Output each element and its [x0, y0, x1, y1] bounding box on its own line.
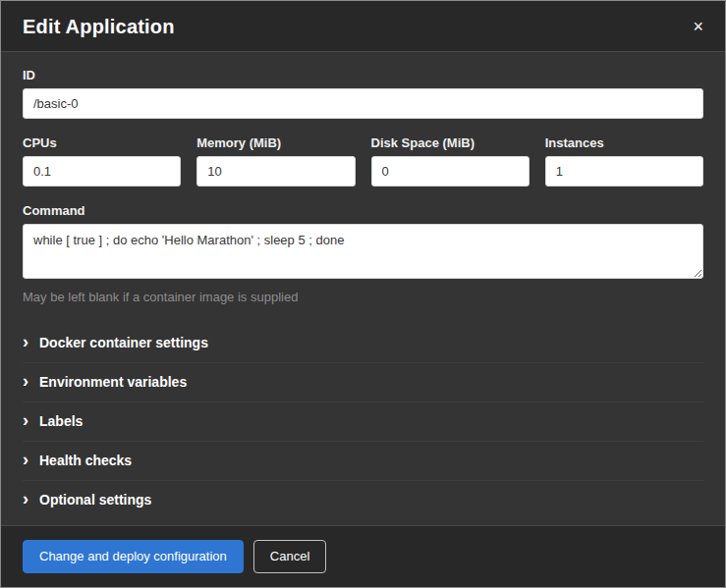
disk-field-group: Disk Space (MiB)	[371, 135, 530, 187]
disk-input[interactable]	[371, 156, 530, 187]
resources-row: CPUs Memory (MiB) Disk Space (MiB) Insta…	[23, 135, 703, 187]
cancel-button[interactable]: Cancel	[253, 540, 326, 573]
chevron-right-icon: ›	[23, 451, 28, 468]
command-textarea[interactable]: while [ true ] ; do echo 'Hello Marathon…	[23, 224, 703, 279]
id-field-group: ID	[23, 68, 703, 119]
modal-footer: Change and deploy configuration Cancel	[1, 525, 725, 587]
command-help-text: May be left blank if a container image i…	[23, 290, 703, 304]
modal-header: Edit Application ×	[1, 1, 725, 52]
instances-field-group: Instances	[545, 135, 703, 187]
chevron-right-icon: ›	[23, 490, 28, 508]
section-label: Labels	[39, 413, 83, 429]
section-label: Health checks	[39, 453, 132, 468]
id-input[interactable]	[23, 88, 703, 119]
instances-label: Instances	[545, 135, 703, 150]
memory-label: Memory (MiB)	[196, 135, 355, 150]
section-label: Optional settings	[39, 492, 151, 508]
cpus-field-group: CPUs	[23, 135, 181, 187]
chevron-right-icon: ›	[23, 333, 28, 350]
section-environment-variables[interactable]: › Environment variables	[23, 363, 703, 402]
section-health-checks[interactable]: › Health checks	[23, 442, 703, 481]
edit-application-modal: Edit Application × ID CPUs Memory (MiB) …	[0, 0, 726, 588]
chevron-right-icon: ›	[23, 411, 28, 429]
command-field-group: Command while [ true ] ; do echo 'Hello …	[23, 203, 703, 304]
cpus-input[interactable]	[23, 156, 181, 187]
collapsible-sections: › Docker container settings › Environmen…	[23, 324, 703, 519]
chevron-right-icon: ›	[23, 372, 28, 390]
close-icon[interactable]: ×	[693, 16, 703, 35]
cpus-label: CPUs	[23, 135, 181, 150]
section-docker-container-settings[interactable]: › Docker container settings	[23, 324, 703, 363]
section-label: Environment variables	[39, 374, 187, 390]
memory-field-group: Memory (MiB)	[196, 135, 355, 187]
change-and-deploy-button[interactable]: Change and deploy configuration	[23, 540, 244, 573]
disk-label: Disk Space (MiB)	[371, 135, 530, 150]
id-label: ID	[23, 68, 703, 82]
command-label: Command	[23, 203, 703, 218]
section-label: Docker container settings	[39, 335, 208, 350]
modal-title: Edit Application	[23, 16, 175, 38]
memory-input[interactable]	[196, 156, 355, 187]
section-labels[interactable]: › Labels	[23, 402, 703, 442]
section-optional-settings[interactable]: › Optional settings	[23, 481, 703, 519]
modal-body: ID CPUs Memory (MiB) Disk Space (MiB) In…	[1, 52, 725, 525]
instances-input[interactable]	[545, 156, 703, 187]
